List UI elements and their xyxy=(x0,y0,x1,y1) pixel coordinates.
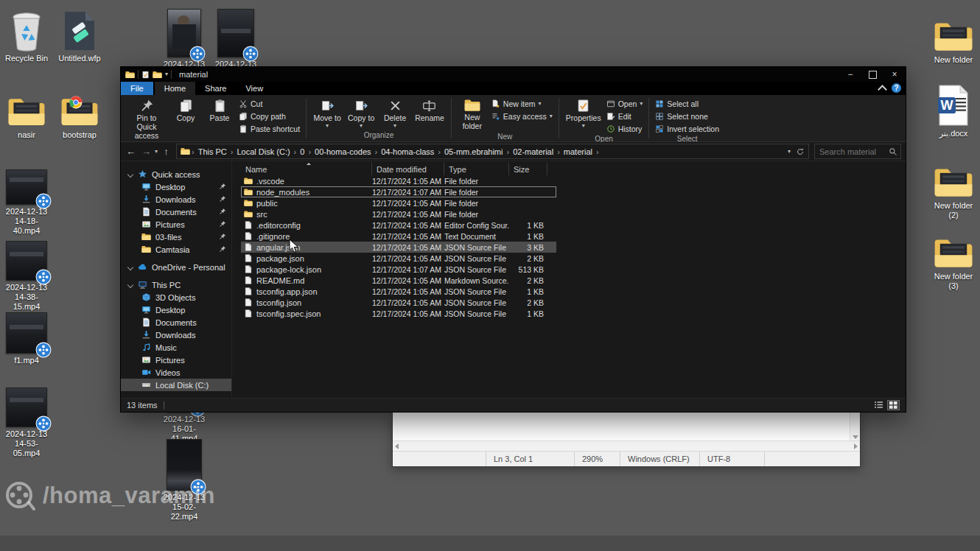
notepad-horizontal-scrollbar[interactable] xyxy=(393,441,860,451)
up-button[interactable]: ↑ xyxy=(159,146,173,157)
minimize-button[interactable]: − xyxy=(839,67,861,82)
file-row-package-lock-json[interactable]: package-lock.json 12/17/2024 1:07 AM JSO… xyxy=(241,264,556,275)
select-none-button[interactable]: Select none xyxy=(653,110,721,122)
history-button[interactable]: History xyxy=(604,123,645,135)
search-box[interactable] xyxy=(814,144,901,159)
easy-access-button[interactable]: Easy access ▾ xyxy=(489,110,555,122)
file-row-package-json[interactable]: package.json 12/17/2024 1:05 AM JSON Sou… xyxy=(241,253,556,264)
breadcrumb-0[interactable]: 0 xyxy=(296,147,308,156)
new-folder-shortcut-icon[interactable] xyxy=(153,71,162,79)
sidebar-item-documents[interactable]: Documents xyxy=(121,206,231,218)
file-row-tsconfig-json[interactable]: tsconfig.json 12/17/2024 1:05 AM JSON So… xyxy=(241,297,556,308)
sidebar-item-network[interactable]: Network xyxy=(121,396,231,398)
column-header-date-modified[interactable]: Date modified xyxy=(372,163,444,175)
address-dropdown-icon[interactable]: ▾ xyxy=(788,149,791,155)
invert-selection-button[interactable]: Invert selection xyxy=(653,123,721,135)
properties-shortcut-icon[interactable] xyxy=(141,71,150,79)
tab-home[interactable]: Home xyxy=(155,82,195,95)
paste-button[interactable]: Paste xyxy=(203,97,237,124)
sidebar-item-3d-objects[interactable]: 3D Objects xyxy=(121,291,231,303)
file-row-editorconfig[interactable]: .editorconfig 12/17/2024 1:05 AM Editor … xyxy=(241,220,556,231)
collapse-ribbon-icon[interactable] xyxy=(878,85,887,94)
column-header-size[interactable]: Size xyxy=(509,163,547,175)
sidebar-item-this-pc[interactable]: This PC xyxy=(121,278,231,291)
rename-button[interactable]: Rename xyxy=(412,97,447,124)
edit-button[interactable]: Edit xyxy=(604,110,645,122)
properties-button[interactable]: Properties ▾ xyxy=(563,97,604,130)
file-row-gitignore[interactable]: .gitignore 12/17/2024 1:05 AM Text Docum… xyxy=(241,231,556,242)
sidebar-item-pictures[interactable]: Pictures xyxy=(121,218,231,231)
sidebar-item-downloads[interactable]: Downloads xyxy=(121,193,231,206)
large-icons-view-button[interactable] xyxy=(887,400,900,410)
desktop-icon-bottom-video2[interactable]: 2024-12-13 15-02-22.mp4 xyxy=(161,439,208,522)
column-header-type[interactable]: Type xyxy=(444,163,509,175)
paste-shortcut-button[interactable]: Paste shortcut xyxy=(237,123,302,135)
tab-view[interactable]: View xyxy=(236,82,273,95)
move-to-button[interactable]: Move to ▾ xyxy=(310,97,344,130)
sidebar-item-quick-access[interactable]: Quick access xyxy=(121,168,231,180)
scroll-down-icon[interactable] xyxy=(853,435,858,439)
desktop-icon-untitled-wfp[interactable]: Untitled.wfp xyxy=(56,9,103,63)
delete-button[interactable]: Delete ▾ xyxy=(378,97,412,130)
breadcrumb-04-homa-class[interactable]: 04-homa-class xyxy=(377,147,438,156)
desktop-icon-top-video1[interactable]: 2024-12-13 xyxy=(161,9,208,69)
desktop-icon-video2[interactable]: 2024-12-13 14-38-15.mp4 xyxy=(3,239,50,312)
sidebar-item-03-files[interactable]: 03-files xyxy=(121,231,231,243)
select-all-button[interactable]: Select all xyxy=(653,98,721,110)
notepad-text-area[interactable] xyxy=(393,412,850,441)
breadcrumb-05-mm-ebrahimi[interactable]: 05-mm.ebrahimi xyxy=(441,147,506,156)
title-bar[interactable]: ▾ material − × xyxy=(121,67,906,82)
desktop-icon-top-video2[interactable]: 2024-12-13 xyxy=(212,9,259,69)
open-button[interactable]: Open ▾ xyxy=(604,98,645,110)
sidebar-item-desktop[interactable]: Desktop xyxy=(121,180,231,193)
recent-locations-icon[interactable]: ▾ xyxy=(155,149,158,155)
desktop-icon-video3[interactable]: 2024-12-13 14-53-05.mp4 xyxy=(3,386,50,458)
breadcrumb-material[interactable]: material xyxy=(560,147,596,156)
sidebar-item-music[interactable]: Music xyxy=(121,341,231,354)
details-view-button[interactable] xyxy=(872,400,885,410)
desktop-icon-video1[interactable]: 2024-12-13 14-18-40.mp4 xyxy=(3,168,50,236)
sidebar-item-local-disk-c[interactable]: Local Disk (C:) xyxy=(121,379,231,391)
sidebar-item-pc-pictures[interactable]: Pictures xyxy=(121,354,231,366)
tab-file[interactable]: File xyxy=(121,82,153,95)
copy-button[interactable]: Copy xyxy=(169,97,203,124)
back-button[interactable]: ← xyxy=(124,146,138,157)
file-row-angular-json[interactable]: angular.json 12/17/2024 1:05 AM JSON Sou… xyxy=(241,242,556,253)
desktop-icon-recycle-bin[interactable]: Recycle Bin xyxy=(3,9,50,63)
sidebar-item-pc-documents[interactable]: Documents xyxy=(121,316,231,329)
desktop-icon-banner-docx[interactable]: W بنر.docx xyxy=(930,81,977,138)
maximize-button[interactable] xyxy=(861,67,883,82)
sidebar-item-pc-desktop[interactable]: Desktop xyxy=(121,303,231,316)
file-row-tsconfig-spec-json[interactable]: tsconfig.spec.json 12/17/2024 1:05 AM JS… xyxy=(241,308,556,319)
file-row-tsconfig-app-json[interactable]: tsconfig.app.json 12/17/2024 1:05 AM JSO… xyxy=(241,286,556,297)
file-row-readme-md[interactable]: README.md 12/17/2024 1:05 AM Markdown So… xyxy=(241,275,556,286)
breadcrumb-local-disk[interactable]: Local Disk (C:) xyxy=(233,147,293,156)
expander-icon[interactable] xyxy=(127,264,133,270)
scroll-right-icon[interactable] xyxy=(854,443,858,449)
file-row-public[interactable]: public 12/17/2024 1:05 AM File folder xyxy=(241,197,556,208)
search-input[interactable] xyxy=(818,147,889,157)
new-folder-button[interactable]: New folder xyxy=(455,97,489,133)
sidebar-item-pc-downloads[interactable]: Downloads xyxy=(121,329,231,341)
expander-icon[interactable] xyxy=(127,171,133,177)
sidebar-item-videos[interactable]: Videos xyxy=(121,366,231,379)
sidebar-item-onedrive[interactable]: OneDrive - Personal xyxy=(121,261,231,273)
breadcrumb-02-material[interactable]: 02-material xyxy=(509,147,557,156)
new-item-button[interactable]: New item ▾ xyxy=(489,98,555,110)
copy-path-button[interactable]: Copy path xyxy=(237,110,302,122)
file-row-src[interactable]: src 12/17/2024 1:05 AM File folder xyxy=(241,208,556,220)
breadcrumb-this-pc[interactable]: This PC xyxy=(195,147,231,156)
desktop-icon-new-folder-2[interactable]: New folder (2) xyxy=(930,155,977,220)
scroll-left-icon[interactable] xyxy=(395,443,399,449)
notepad-window[interactable]: Ln 3, Col 1 290% Windows (CRLF) UTF-8 xyxy=(392,411,861,467)
desktop-icon-new-folder-3[interactable]: New folder (3) xyxy=(930,225,977,291)
desktop-icon-f1[interactable]: f1.mp4 xyxy=(3,311,50,365)
tab-share[interactable]: Share xyxy=(195,82,236,95)
help-icon[interactable]: ? xyxy=(892,83,901,93)
desktop-icon-new-folder[interactable]: New folder xyxy=(930,9,977,65)
desktop-icon-nasir[interactable]: nasir xyxy=(3,83,50,140)
refresh-icon[interactable] xyxy=(796,147,805,156)
column-header-name[interactable]: Name xyxy=(241,163,372,175)
close-button[interactable]: × xyxy=(883,67,906,82)
pin-to-quick-access-button[interactable]: Pin to Quick access xyxy=(125,97,169,141)
